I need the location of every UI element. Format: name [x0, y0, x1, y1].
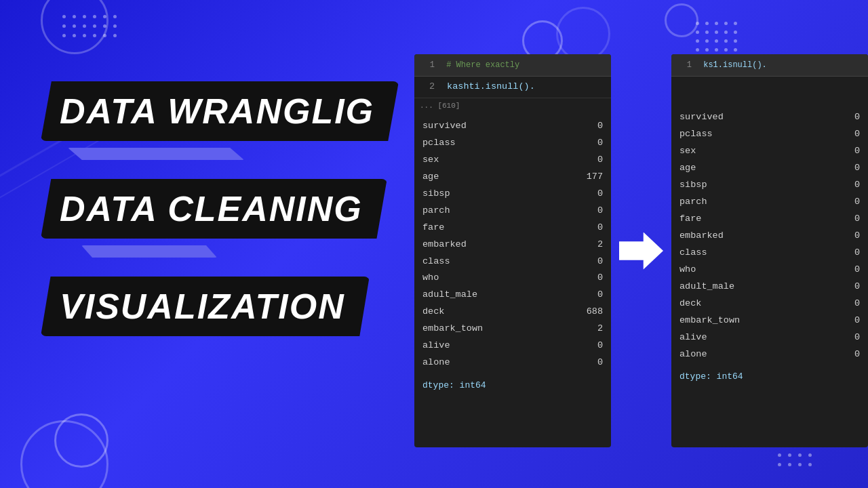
table-row: embarked2 — [422, 237, 603, 253]
row-key: fare — [679, 211, 701, 227]
row-key: alive — [679, 330, 707, 346]
row-val: 0 — [854, 296, 860, 312]
table-row: pclass0 — [679, 126, 860, 143]
table-row: alone0 — [679, 346, 860, 363]
table-row: age0 — [679, 160, 860, 177]
row-val: 0 — [854, 347, 860, 363]
connector-1 — [68, 148, 244, 160]
row-val: 0 — [854, 313, 860, 329]
content-area: DATA WRANGLIG DATA CLEANING VISUALIZATIO… — [0, 0, 868, 488]
row-val: 0 — [854, 178, 860, 193]
left-dtype: dtype: int64 — [414, 375, 611, 396]
row-key: sibsp — [422, 186, 450, 202]
row-key: embark_town — [679, 313, 740, 329]
table-row: adult_male0 — [679, 279, 860, 296]
label-text-visualization: VISUALIZATION — [60, 287, 345, 326]
row-val: 0 — [854, 161, 860, 176]
row-val: 0 — [854, 211, 860, 227]
table-row: deck688 — [422, 304, 603, 321]
row-key: sex — [679, 144, 696, 159]
arrow-container — [611, 54, 671, 447]
row-val: 0 — [854, 195, 860, 210]
row-val: 0 — [597, 186, 603, 202]
row-key: parch — [679, 195, 707, 210]
table-row: alone0 — [422, 354, 603, 371]
table-row: parch0 — [422, 203, 603, 220]
row-val: 0 — [597, 119, 603, 134]
left-panel-body: survived0pclass0sex0age177sibsp0parch0fa… — [414, 114, 611, 375]
table-row: fare0 — [422, 220, 603, 237]
row-key: adult_male — [679, 279, 734, 295]
table-row: alive0 — [679, 329, 860, 346]
row-val: 177 — [587, 169, 603, 185]
row-key: class — [422, 254, 450, 270]
row-val: 688 — [587, 304, 603, 320]
row-val: 0 — [597, 254, 603, 270]
table-row: pclass0 — [422, 135, 603, 152]
label-bg-cleaning: DATA CLEANING — [41, 179, 387, 239]
row-key: sex — [422, 152, 439, 168]
row-val: 0 — [854, 245, 860, 261]
row-val: 0 — [597, 338, 603, 354]
left-panel: DATA WRANGLIG DATA CLEANING VISUALIZATIO… — [41, 81, 399, 336]
row-key: pclass — [422, 136, 456, 151]
row-key: embarked — [679, 228, 724, 244]
row-val: 0 — [597, 203, 603, 219]
table-row: embark_town0 — [679, 312, 860, 329]
label-wrapper-wrangling: DATA WRANGLIG — [41, 81, 399, 141]
table-row: who0 — [679, 262, 860, 279]
row-key: survived — [679, 110, 724, 125]
row-key: sibsp — [679, 178, 707, 193]
row-key: fare — [422, 220, 444, 236]
row-val: 0 — [854, 110, 860, 125]
table-row: age177 — [422, 169, 603, 186]
row-val: 0 — [597, 152, 603, 168]
table-row: sibsp0 — [679, 177, 860, 194]
table-row: sibsp0 — [422, 186, 603, 203]
row-val: 2 — [597, 321, 603, 337]
right-dtype: dtype: int64 — [671, 367, 868, 387]
row-val: 0 — [597, 270, 603, 286]
label-wrapper-cleaning: DATA CLEANING — [41, 179, 399, 239]
right-header-line1: 1 ks1.isnull(). — [678, 58, 767, 72]
row-key: alone — [679, 347, 707, 363]
row-val: 0 — [854, 279, 860, 295]
right-panel-header: 1 ks1.isnull(). — [671, 54, 868, 77]
row-val: 0 — [597, 136, 603, 151]
table-row: who0 — [422, 270, 603, 287]
row-key: class — [679, 245, 707, 261]
table-row: class0 — [422, 253, 603, 270]
row-key: embark_town — [422, 321, 483, 337]
left-code-panel: 1 # Where exactly 2 kashti.isnull(). ...… — [414, 54, 611, 447]
row-val: 0 — [597, 355, 603, 371]
row-key: deck — [422, 304, 444, 320]
table-row: embarked0 — [679, 228, 860, 245]
label-text-cleaning: DATA CLEANING — [60, 189, 363, 228]
label-bg-visualization: VISUALIZATION — [41, 277, 370, 336]
label-text-wrangling: DATA WRANGLIG — [60, 92, 374, 131]
row-val: 2 — [597, 237, 603, 253]
table-row: alive0 — [422, 338, 603, 354]
row-key: age — [422, 169, 439, 185]
row-key: alone — [422, 355, 450, 371]
right-panel-body: survived0pclass0sex0age0sibsp0parch0fare… — [671, 105, 868, 367]
row-key: embarked — [422, 237, 467, 253]
arrow-right — [619, 232, 663, 270]
row-val: 0 — [854, 228, 860, 244]
table-row: sex0 — [679, 143, 860, 160]
left-header-line1: 1 # Where exactly — [421, 58, 519, 72]
left-panel-code2: 2 kashti.isnull(). — [414, 77, 611, 98]
table-row: class0 — [679, 245, 860, 262]
row-key: who — [679, 262, 696, 278]
row-key: who — [422, 270, 439, 286]
row-key: deck — [679, 296, 701, 312]
row-key: parch — [422, 203, 450, 219]
left-extra-label: ... [610] — [414, 98, 611, 114]
left-panel-header: 1 # Where exactly — [414, 54, 611, 77]
label-bg-wrangling: DATA WRANGLIG — [41, 81, 399, 141]
row-val: 0 — [854, 262, 860, 278]
table-row: survived0 — [679, 109, 860, 126]
row-val: 0 — [597, 287, 603, 303]
table-row: sex0 — [422, 152, 603, 169]
table-row: parch0 — [679, 194, 860, 211]
